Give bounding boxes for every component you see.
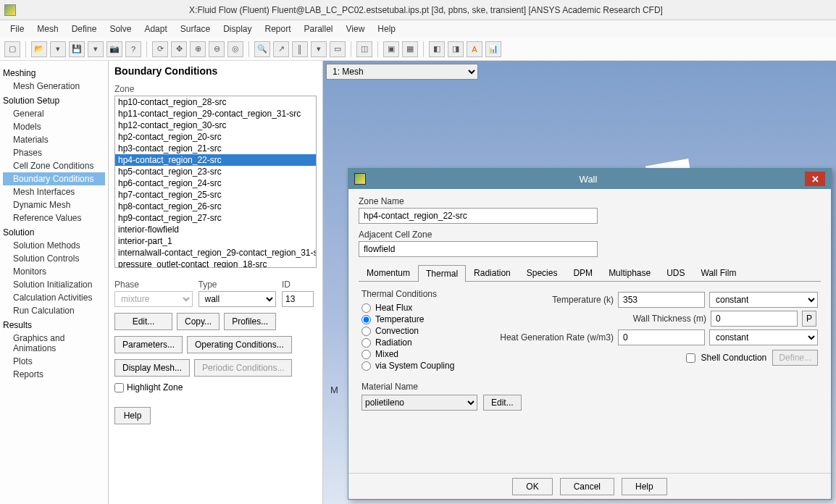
ansys-icon[interactable]: A <box>467 41 482 57</box>
light-icon[interactable]: ◧ <box>429 41 445 57</box>
tree-phases[interactable]: Phases <box>3 146 105 159</box>
tree-models[interactable]: Models <box>3 120 105 133</box>
heat-gen-field[interactable] <box>618 329 705 345</box>
tab-species[interactable]: Species <box>519 264 566 281</box>
radio-convection[interactable] <box>361 327 371 336</box>
parameters-button[interactable]: Parameters... <box>114 336 183 353</box>
display-mesh-button[interactable]: Display Mesh... <box>114 359 190 377</box>
heat-gen-mode-select[interactable]: constant <box>709 329 818 345</box>
zoom-out-icon[interactable]: ⊖ <box>209 41 225 57</box>
tree-meshing[interactable]: Meshing <box>3 68 105 78</box>
pan-icon[interactable]: ✥ <box>171 41 187 57</box>
chart-icon[interactable]: 📊 <box>485 41 501 57</box>
shell-conduction-checkbox[interactable] <box>686 353 695 363</box>
render-icon[interactable]: ◨ <box>448 41 464 57</box>
camera-icon[interactable]: 📷 <box>106 41 122 57</box>
zone-item[interactable]: pressure_outlet-contact_region_18-src <box>115 259 316 268</box>
tab-wall-film[interactable]: Wall Film <box>693 264 745 281</box>
menu-define[interactable]: Define <box>66 22 103 35</box>
tab-momentum[interactable]: Momentum <box>359 264 418 281</box>
copy-button[interactable]: Copy... <box>177 313 220 330</box>
radio-temperature[interactable] <box>361 315 371 324</box>
operating-conditions-button[interactable]: Operating Conditions... <box>187 336 292 353</box>
radio-system-coupling[interactable] <box>361 361 371 371</box>
view1-icon[interactable]: ▣ <box>383 41 399 57</box>
type-select[interactable]: wall <box>198 291 277 307</box>
tree-mesh-gen[interactable]: Mesh Generation <box>3 80 105 93</box>
target-icon[interactable]: ◎ <box>227 41 243 57</box>
tree-boundary-conditions[interactable]: Boundary Conditions <box>3 172 105 185</box>
zone-item[interactable]: hp10-contact_region_28-src <box>115 96 316 108</box>
temperature-field[interactable] <box>618 292 705 308</box>
tree-general[interactable]: General <box>3 107 105 120</box>
tab-thermal[interactable]: Thermal <box>418 265 466 282</box>
dropdown-icon[interactable]: ▾ <box>88 41 104 57</box>
save-icon[interactable]: 💾 <box>69 41 85 57</box>
tab-dpm[interactable]: DPM <box>565 264 601 281</box>
menu-file[interactable]: File <box>4 22 30 35</box>
zone-item[interactable]: hp3-contact_region_21-src <box>115 143 316 154</box>
wall-thickness-field[interactable] <box>711 311 798 327</box>
menu-mesh[interactable]: Mesh <box>31 22 64 35</box>
tree-reference-values[interactable]: Reference Values <box>3 211 105 224</box>
question-icon[interactable]: ? <box>125 41 141 57</box>
tree-solution-controls[interactable]: Solution Controls <box>3 252 105 265</box>
cancel-button[interactable]: Cancel <box>560 478 614 495</box>
tree-dynamic-mesh[interactable]: Dynamic Mesh <box>3 198 105 211</box>
temperature-mode-select[interactable]: constant <box>709 292 818 308</box>
tree-monitors[interactable]: Monitors <box>3 265 105 278</box>
rotate-icon[interactable]: ⟳ <box>152 41 168 57</box>
zone-item[interactable]: internalwall-contact_region_29-contact_r… <box>115 247 316 259</box>
edit-button[interactable]: Edit... <box>114 313 172 330</box>
menu-adapt[interactable]: Adapt <box>138 22 172 35</box>
zone-item[interactable]: hp6-contact_region_24-src <box>115 177 316 189</box>
zone-item[interactable]: hp8-contact_region_26-src <box>115 201 316 212</box>
zone-item[interactable]: hp5-contact_region_23-src <box>115 166 316 177</box>
zone-list[interactable]: hp10-contact_region_28-srchp11-contact_r… <box>114 96 317 268</box>
menu-parallel[interactable]: Parallel <box>298 22 339 35</box>
radio-radiation[interactable] <box>361 338 371 348</box>
view-selector[interactable]: 1: Mesh <box>326 64 478 80</box>
probe-icon[interactable]: ↗ <box>273 41 289 57</box>
tree-graphics[interactable]: Graphics and Animations <box>3 332 105 355</box>
id-field[interactable] <box>282 291 314 307</box>
select-icon[interactable]: ▭ <box>330 41 346 57</box>
tree-solution-methods[interactable]: Solution Methods <box>3 239 105 252</box>
material-select[interactable]: polietileno <box>361 395 477 411</box>
tree-plots[interactable]: Plots <box>3 355 105 368</box>
zoom-in-icon[interactable]: ⊕ <box>190 41 206 57</box>
zone-name-field[interactable] <box>359 208 598 224</box>
zone-item[interactable]: interior-part_1 <box>115 235 316 247</box>
close-icon[interactable]: ✕ <box>805 172 825 186</box>
tree-mesh-interfaces[interactable]: Mesh Interfaces <box>3 185 105 198</box>
new-icon[interactable]: ▢ <box>4 41 20 57</box>
profiles-button[interactable]: Profiles... <box>224 313 276 330</box>
tab-uds[interactable]: UDS <box>659 264 693 281</box>
phase-select[interactable]: mixture <box>114 291 193 307</box>
layout-icon[interactable]: ◫ <box>356 41 372 57</box>
ok-button[interactable]: OK <box>512 478 552 495</box>
zone-item[interactable]: interior-flowfield <box>115 224 316 235</box>
tree-solution[interactable]: Solution <box>3 227 105 238</box>
tree-materials[interactable]: Materials <box>3 133 105 146</box>
radio-heat-flux[interactable] <box>361 303 371 313</box>
zone-item[interactable]: hp2-contact_region_20-src <box>115 131 316 143</box>
wall-thickness-p-button[interactable]: P <box>802 311 816 327</box>
help-button[interactable]: Help <box>114 407 151 424</box>
adjacent-zone-field[interactable] <box>359 241 598 257</box>
tree-cell-zone[interactable]: Cell Zone Conditions <box>3 159 105 172</box>
ruler-icon[interactable]: ║ <box>292 41 308 57</box>
menu-report[interactable]: Report <box>259 22 296 35</box>
open-icon[interactable]: 📂 <box>31 41 47 57</box>
menu-help[interactable]: Help <box>372 22 401 35</box>
menu-view[interactable]: View <box>340 22 371 35</box>
zone-item[interactable]: hp12-contact_region_30-src <box>115 119 316 131</box>
zoom-fit-icon[interactable]: 🔍 <box>254 41 270 57</box>
menu-surface[interactable]: Surface <box>175 22 216 35</box>
tree-solution-init[interactable]: Solution Initialization <box>3 278 105 291</box>
zone-item[interactable]: hp7-contact_region_25-src <box>115 189 316 201</box>
menu-solve[interactable]: Solve <box>104 22 137 35</box>
view2-icon[interactable]: ▦ <box>402 41 418 57</box>
tree-reports[interactable]: Reports <box>3 368 105 381</box>
tree-results[interactable]: Results <box>3 320 105 330</box>
